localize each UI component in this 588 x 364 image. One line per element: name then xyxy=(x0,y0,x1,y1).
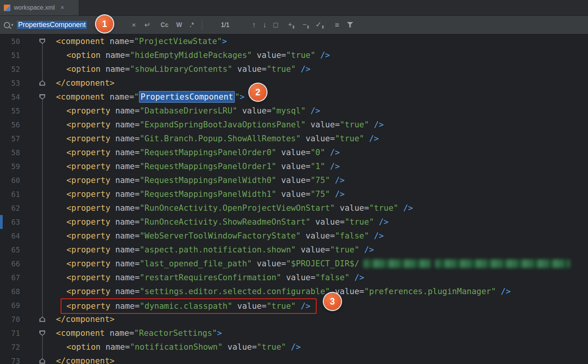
search-history-chevron-icon[interactable]: ▾ xyxy=(11,22,14,27)
line-number: 66 xyxy=(0,257,20,271)
code-token: "WebServerToolWindowFactoryState" xyxy=(140,231,301,240)
code-token: value= xyxy=(276,190,311,199)
previous-occurrence-icon[interactable]: ↑ xyxy=(250,20,258,30)
code-token: <property xyxy=(66,301,110,311)
code-token: <option xyxy=(66,51,101,60)
code-token: > xyxy=(240,92,245,102)
code-token: name= xyxy=(101,342,130,352)
code-token: name= xyxy=(110,217,140,227)
fold-gutter xyxy=(38,284,47,298)
editor-tab-bar: workspace.xml × xyxy=(0,0,588,16)
code-token: <component xyxy=(56,328,105,338)
line-number: 58 xyxy=(0,146,20,159)
code-token: <property xyxy=(66,162,110,171)
code-token: "true" xyxy=(369,203,398,213)
clear-search-icon[interactable]: × xyxy=(130,20,138,30)
code-token: /> xyxy=(398,203,413,213)
code-token: name= xyxy=(101,64,130,74)
code-token: name= xyxy=(101,51,130,60)
code-token: "true" xyxy=(345,217,374,227)
code-line: 57<property name="Git.Branch.Popup.ShowA… xyxy=(0,132,588,146)
search-icon[interactable]: ▾ xyxy=(4,22,17,28)
code-editor[interactable]: 50<component name="ProjectViewState">51<… xyxy=(0,34,588,364)
code-token: name= xyxy=(110,134,140,143)
line-number: 67 xyxy=(0,271,20,284)
code-token: "aspect.path.notification.shown" xyxy=(140,245,296,254)
code-text: <property name="RequestMappingsPanelOrde… xyxy=(47,146,340,159)
fold-gutter xyxy=(38,201,47,215)
line-number: 60 xyxy=(0,173,20,187)
code-token: "75" xyxy=(310,176,330,185)
code-token: name= xyxy=(110,162,140,171)
code-text: <property name="dynamic.classpath" value… xyxy=(47,298,317,312)
fold-gutter xyxy=(38,62,47,76)
code-token: "true" xyxy=(266,301,296,311)
code-line: 69<property name="dynamic.classpath" val… xyxy=(0,298,588,312)
code-line: 54<component name="PropertiesComponent"> xyxy=(0,90,588,104)
match-case-toggle[interactable]: Cc xyxy=(159,20,170,30)
code-token: <property xyxy=(66,245,110,254)
code-token: <property xyxy=(66,120,110,129)
select-all-occurrences-icon[interactable]: ✓II xyxy=(313,19,325,31)
code-token: value= xyxy=(276,148,311,157)
newline-icon[interactable]: ↵ xyxy=(142,20,153,30)
fold-marker-icon[interactable] xyxy=(39,330,45,336)
fold-gutter xyxy=(38,271,47,284)
fold-marker-icon[interactable] xyxy=(39,80,45,86)
code-token: "RunOnceActivity.ShowReadmeOnStart" xyxy=(140,217,311,227)
code-token: <property xyxy=(66,190,110,199)
code-token: "mysql" xyxy=(271,106,306,115)
code-token: /> xyxy=(286,342,301,352)
code-token: > xyxy=(222,37,227,46)
code-token: <property xyxy=(66,273,110,282)
code-text: <property name="RequestMappingsPanelWidt… xyxy=(47,173,345,187)
code-token: name= xyxy=(110,301,140,311)
code-token: </component> xyxy=(56,315,115,324)
code-text: <property name="Git.Branch.Popup.ShowAll… xyxy=(47,132,379,146)
search-options-icon[interactable]: ≡ xyxy=(333,20,341,30)
code-token: value= xyxy=(335,203,369,213)
code-token: name= xyxy=(105,328,134,338)
code-line: 65<property name="aspect.path.notificati… xyxy=(0,243,588,257)
code-token: value= xyxy=(252,51,286,60)
code-token: </component> xyxy=(56,356,115,364)
fold-marker-icon[interactable] xyxy=(39,94,45,100)
fold-gutter xyxy=(38,354,47,364)
fold-marker-icon[interactable] xyxy=(39,358,45,364)
tab-workspace-xml[interactable]: workspace.xml × xyxy=(0,0,79,15)
line-number: 50 xyxy=(0,34,20,48)
line-number: 63 xyxy=(0,215,20,229)
code-token: "RequestMappingsPanelOrder0" xyxy=(140,148,276,157)
code-text: <property name="settings.editor.selected… xyxy=(47,284,511,298)
code-text: <property name="RunOnceActivity.OpenProj… xyxy=(47,201,413,215)
code-line: 64<property name="WebServerToolWindowFac… xyxy=(0,229,588,243)
code-token: "dynamic.classpath" xyxy=(140,301,232,311)
line-number: 70 xyxy=(0,312,20,326)
code-token: /> xyxy=(325,162,340,171)
regex-toggle[interactable]: .* xyxy=(188,20,196,30)
fold-marker-icon[interactable] xyxy=(39,317,45,322)
code-token: " xyxy=(235,92,240,102)
code-token: /> xyxy=(306,106,320,115)
code-text: <option name="showLibraryContents" value… xyxy=(47,62,310,76)
code-text: <property name="DatabaseDriversLRU" valu… xyxy=(47,104,320,118)
add-occurrence-icon[interactable]: +II xyxy=(286,19,296,31)
open-results-in-window-icon[interactable]: □ xyxy=(271,20,280,30)
code-token: "RunOnceActivity.OpenProjectViewOnStart" xyxy=(140,203,335,213)
close-tab-icon[interactable]: × xyxy=(61,4,64,11)
code-token: value= xyxy=(237,106,272,115)
fold-marker-icon[interactable] xyxy=(39,39,45,44)
code-text: </component> xyxy=(47,354,115,364)
code-line: 58<property name="RequestMappingsPanelOr… xyxy=(0,146,588,159)
line-number: 52 xyxy=(0,62,20,76)
line-number: 59 xyxy=(0,159,20,173)
next-occurrence-icon[interactable]: ↓ xyxy=(261,20,269,30)
remove-occurrence-icon[interactable]: −II xyxy=(300,19,310,31)
code-token: <property xyxy=(66,287,110,296)
line-number: 56 xyxy=(0,118,20,132)
filter-icon[interactable] xyxy=(345,20,355,30)
code-text: </component> xyxy=(47,76,115,90)
whole-words-toggle[interactable]: W xyxy=(174,20,184,30)
code-token: "1" xyxy=(310,162,325,171)
code-token: "true" xyxy=(340,120,369,129)
